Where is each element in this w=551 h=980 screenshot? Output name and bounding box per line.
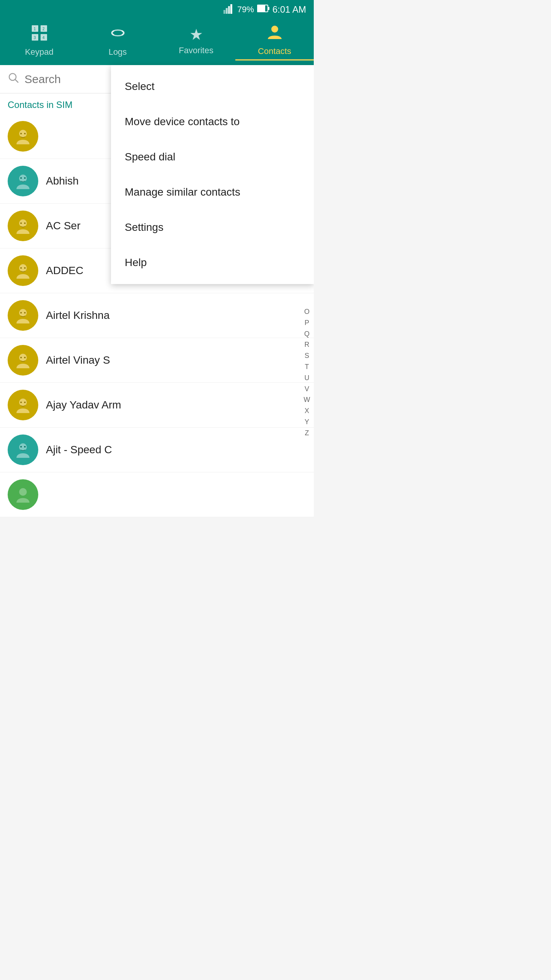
menu-item-manage-similar[interactable]: Manage similar contacts [111, 175, 314, 210]
svg-point-23 [24, 177, 26, 179]
svg-text:4: 4 [42, 36, 45, 40]
avatar [8, 390, 38, 420]
alpha-r[interactable]: R [305, 339, 310, 350]
svg-point-25 [20, 222, 22, 224]
avatar [8, 255, 38, 286]
contact-name: Airtel Vinay S [46, 354, 110, 366]
alpha-q[interactable]: Q [304, 328, 310, 340]
svg-text:2: 2 [42, 27, 45, 31]
tab-bar: 1 2 3 4 Keypad Logs ★ Favorites [0, 19, 314, 65]
avatar [8, 434, 38, 465]
alpha-v[interactable]: V [305, 384, 309, 395]
alpha-y[interactable]: Y [305, 416, 309, 428]
svg-point-20 [24, 133, 26, 134]
alpha-o[interactable]: O [304, 306, 310, 317]
svg-point-28 [20, 267, 22, 269]
alpha-t[interactable]: T [305, 361, 309, 372]
tab-keypad[interactable]: 1 2 3 4 Keypad [0, 24, 78, 60]
logs-label: Logs [109, 47, 127, 57]
avatar [8, 121, 38, 152]
avatar [8, 479, 38, 510]
contact-item[interactable]: Airtel Krishna [0, 293, 314, 338]
svg-point-22 [20, 177, 22, 179]
alpha-u[interactable]: U [305, 372, 310, 384]
svg-text:3: 3 [34, 36, 36, 40]
keypad-icon: 1 2 3 4 [31, 24, 48, 45]
contact-item[interactable]: Airtel Vinay S [0, 338, 314, 383]
battery-icon [257, 4, 269, 15]
alpha-z[interactable]: Z [305, 428, 309, 439]
tab-contacts[interactable]: Contacts [235, 24, 314, 60]
svg-line-17 [15, 79, 18, 82]
battery-percent: 79% [237, 5, 254, 15]
svg-point-21 [19, 175, 27, 182]
alpha-s[interactable]: S [305, 350, 309, 361]
alpha-x[interactable]: X [305, 405, 309, 416]
menu-item-speed-dial[interactable]: Speed dial [111, 139, 314, 175]
favorites-icon: ★ [189, 26, 203, 43]
contact-name: AC Ser [46, 220, 80, 232]
svg-text:1: 1 [34, 27, 36, 31]
tab-favorites[interactable]: ★ Favorites [157, 26, 235, 59]
svg-rect-5 [258, 5, 265, 11]
avatar [8, 345, 38, 376]
contact-name: Ajit - Speed C [46, 444, 112, 456]
contact-item[interactable] [0, 472, 314, 517]
time-display: 6:01 AM [272, 4, 306, 15]
svg-point-32 [24, 312, 26, 314]
contact-name: Airtel Krishna [46, 309, 110, 322]
svg-point-34 [20, 357, 22, 358]
svg-point-15 [271, 26, 278, 33]
svg-point-38 [24, 402, 26, 403]
contact-item[interactable]: Ajit - Speed C [0, 428, 314, 472]
svg-point-37 [20, 402, 22, 403]
svg-point-19 [20, 133, 22, 134]
alphabet-sidebar: O P Q R S T U V W X Y Z [300, 306, 314, 439]
contacts-icon [266, 24, 283, 44]
svg-rect-6 [268, 7, 269, 10]
avatar [8, 166, 38, 196]
contact-name: Ajay Yadav Arm [46, 399, 121, 411]
contact-name: Abhish [46, 175, 79, 187]
keypad-label: Keypad [25, 47, 54, 57]
alpha-p[interactable]: P [305, 317, 309, 328]
section-title: Contacts in SIM [8, 100, 72, 110]
avatar [8, 211, 38, 241]
svg-rect-0 [223, 10, 225, 14]
contact-item[interactable]: Ajay Yadav Arm [0, 383, 314, 428]
signal-icon [223, 3, 234, 16]
svg-point-26 [24, 222, 26, 224]
favorites-label: Favorites [179, 46, 213, 56]
svg-point-42 [19, 488, 27, 496]
alpha-w[interactable]: W [304, 394, 310, 405]
status-bar: 79% 6:01 AM [0, 0, 314, 19]
svg-point-39 [19, 443, 27, 451]
status-icons: 79% 6:01 AM [223, 3, 306, 16]
dropdown-menu: Select Move device contacts to Speed dia… [111, 65, 314, 284]
search-icon [8, 72, 19, 86]
contacts-label: Contacts [258, 46, 291, 56]
contact-name: ADDEC [46, 265, 83, 277]
avatar [8, 300, 38, 331]
svg-point-41 [24, 446, 26, 448]
svg-point-31 [20, 312, 22, 314]
menu-item-settings[interactable]: Settings [111, 210, 314, 245]
svg-rect-3 [230, 4, 232, 14]
svg-point-35 [24, 357, 26, 358]
svg-rect-1 [226, 8, 228, 14]
logs-icon [109, 24, 126, 45]
svg-point-29 [24, 267, 26, 269]
tab-logs[interactable]: Logs [78, 24, 157, 60]
menu-item-move[interactable]: Move device contacts to [111, 104, 314, 139]
menu-item-help[interactable]: Help [111, 245, 314, 280]
svg-rect-2 [228, 6, 230, 14]
menu-item-select[interactable]: Select [111, 69, 314, 104]
svg-point-40 [20, 446, 22, 448]
